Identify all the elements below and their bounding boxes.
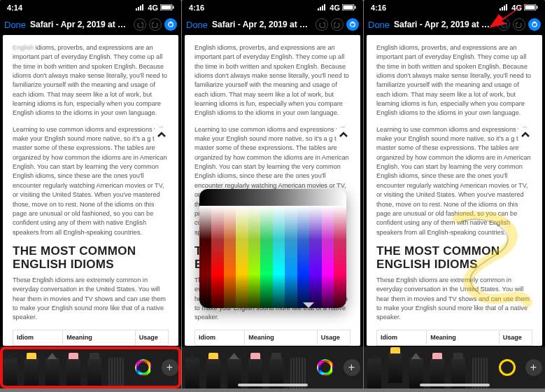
idioms-table: IdiomMeaningUsage A blessing in disguise…: [194, 330, 351, 346]
scroll-up-icon[interactable]: [337, 127, 351, 141]
grayscale-row[interactable]: [199, 189, 346, 206]
color-picker-button[interactable]: [317, 359, 334, 376]
paragraph-2: Learning to use common idioms and expres…: [13, 125, 169, 237]
clock: 4:16: [189, 4, 204, 12]
network-label: 4G: [148, 4, 158, 12]
color-picker-popover[interactable]: [199, 189, 346, 308]
svg-rect-10: [320, 7, 321, 10]
scroll-up-icon[interactable]: [155, 127, 169, 141]
svg-rect-1: [136, 8, 137, 10]
pencil-tool-icon[interactable]: [45, 358, 59, 388]
paragraph-1: English idioms, proverbs, and expression…: [194, 43, 351, 118]
pen-tool-icon[interactable]: [3, 358, 17, 388]
svg-rect-9: [318, 8, 319, 10]
svg-rect-4: [142, 4, 143, 10]
undo-icon[interactable]: [134, 18, 146, 31]
svg-rect-23: [537, 6, 538, 9]
status-bar: 4:14 4G: [0, 0, 181, 14]
signal-icon: [136, 4, 146, 12]
highlighter-stroke: [451, 211, 535, 309]
eraser-tool-icon[interactable]: [66, 358, 80, 388]
status-bar: 4:16 4G: [182, 0, 363, 14]
phone-3: 4:16 4G Done Safari - Apr 2, 2019 at 6/0…: [364, 0, 545, 388]
battery-icon: [160, 4, 174, 12]
status-right: 4G: [318, 4, 356, 12]
svg-rect-6: [162, 6, 171, 10]
redo-icon[interactable]: [149, 18, 162, 31]
markup-toolbar: +: [182, 346, 363, 388]
th-meaning: Meaning: [63, 330, 136, 345]
undo-icon[interactable]: [316, 18, 328, 31]
annotation-arrow: [489, 0, 531, 31]
svg-marker-0: [489, 0, 531, 28]
done-button[interactable]: Done: [4, 20, 26, 30]
table-header-row: Idiom Meaning Usage: [13, 330, 169, 345]
table-row: A blessing in disguise a good thing that…: [13, 345, 169, 346]
svg-rect-14: [344, 6, 353, 10]
add-button[interactable]: +: [344, 359, 360, 376]
signal-icon: [318, 4, 327, 12]
th-idiom: Idiom: [13, 330, 63, 345]
markup-toolbar: +: [0, 346, 181, 388]
ruler-tool-icon[interactable]: [108, 358, 124, 388]
color-picker-button[interactable]: [135, 359, 152, 376]
svg-rect-2: [138, 7, 139, 10]
done-button[interactable]: Done: [368, 20, 390, 30]
redo-icon[interactable]: [331, 18, 344, 31]
page-title: Safari - Apr 2, 2019 at 6/0...: [394, 20, 493, 29]
heading: THE MOST COMMON ENGLISH IDIOMS: [13, 244, 169, 272]
nav-bar: Done Safari - Apr 2, 2019 at 6/0...: [182, 14, 363, 35]
svg-rect-15: [355, 6, 356, 9]
page-title: Safari - Apr 2, 2019 at 6/0...: [30, 20, 129, 29]
highlighter-tool-icon[interactable]: [206, 358, 220, 388]
scroll-up-icon[interactable]: [518, 127, 532, 141]
document-content[interactable]: English idioms, proverbs, and expression…: [367, 35, 542, 346]
nav-bar: Done Safari - Apr 2, 2019 at 6/0...: [0, 14, 181, 35]
battery-icon: [342, 4, 356, 12]
lasso-tool-icon[interactable]: [87, 358, 101, 388]
highlighter-tool-icon[interactable]: [24, 358, 38, 388]
highlighter-tool-icon[interactable]: [388, 352, 402, 383]
phone-1: 4:14 4G Done Safari - Apr 2, 2019 at 6/0…: [0, 0, 181, 388]
clock: 4:16: [371, 4, 386, 12]
color-picker-button[interactable]: [499, 359, 516, 376]
idioms-table: Idiom Meaning Usage A blessing in disgui…: [13, 330, 169, 346]
add-button[interactable]: +: [525, 359, 542, 376]
paragraph-1: English idioms, proverbs, and expression…: [376, 43, 532, 118]
svg-rect-11: [322, 6, 323, 10]
document-content[interactable]: English idioms, proverbs, and expression…: [3, 35, 178, 346]
screenshot-stage: 4:14 4G Done Safari - Apr 2, 2019 at 6/0…: [0, 0, 545, 392]
home-indicator[interactable]: [238, 384, 308, 386]
pen-tool-icon[interactable]: [367, 358, 381, 388]
document-content[interactable]: English idioms, proverbs, and expression…: [185, 35, 360, 346]
svg-rect-3: [140, 6, 141, 10]
paragraph-1: English idioms, proverbs, and expression…: [13, 43, 169, 118]
network-label: 4G: [330, 4, 340, 12]
page-title: Safari - Apr 2, 2019 at 6/0...: [212, 20, 311, 29]
pen-tool-icon[interactable]: [185, 358, 199, 388]
paragraph-3: These English idioms are extremely commo…: [13, 276, 169, 323]
color-spectrum[interactable]: [199, 206, 346, 308]
svg-rect-12: [324, 4, 325, 10]
idioms-table: IdiomMeaningUsage A blessing in disguise…: [376, 330, 532, 346]
status-right: 4G: [136, 4, 174, 12]
done-button[interactable]: Done: [186, 20, 208, 30]
home-indicator[interactable]: [420, 384, 490, 386]
share-icon[interactable]: [346, 18, 359, 31]
markup-toolbar: +: [364, 346, 545, 388]
th-usage: Usage: [135, 330, 168, 345]
add-button[interactable]: +: [162, 359, 178, 376]
share-icon[interactable]: [164, 18, 177, 31]
clock: 4:14: [7, 4, 22, 12]
svg-rect-7: [173, 6, 174, 9]
phone-2: 4:16 4G Done Safari - Apr 2, 2019 at 6/0…: [182, 0, 363, 388]
